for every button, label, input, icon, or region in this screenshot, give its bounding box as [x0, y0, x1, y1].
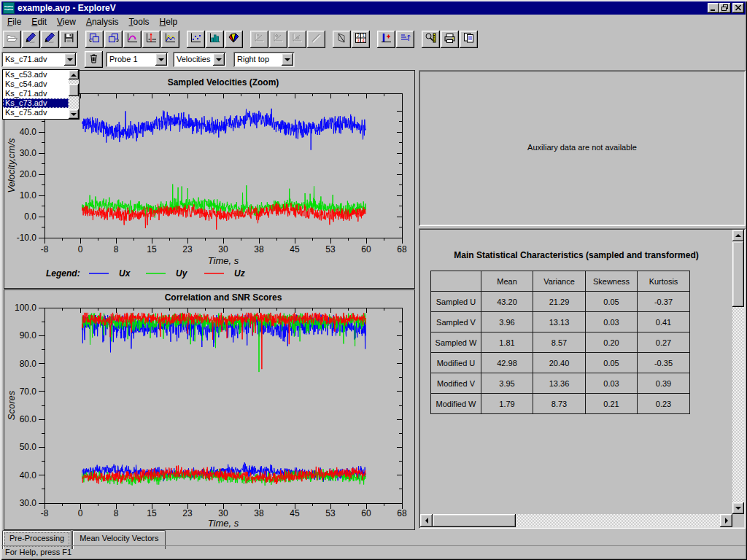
file-combo-arrow[interactable] — [64, 53, 76, 66]
folder-open-icon — [6, 32, 18, 47]
menu-item-file[interactable]: File — [2, 15, 26, 28]
scroll-thumb[interactable] — [732, 241, 744, 307]
edit-probe-button[interactable] — [22, 31, 40, 48]
arrow-down-icon — [71, 113, 77, 116]
quantity-combo[interactable]: Velocities — [173, 52, 226, 67]
floppy-disk-icon — [63, 32, 75, 47]
svg-text:23: 23 — [182, 244, 193, 254]
file-combo[interactable]: Ks_c71.adv — [1, 52, 77, 67]
stat-value: 0.41 — [638, 312, 690, 332]
svg-text:38: 38 — [254, 244, 264, 254]
file-list-item[interactable]: Ks_c54.adv — [3, 79, 69, 89]
color-map-button[interactable] — [225, 31, 243, 48]
scroll-down-button[interactable] — [69, 109, 79, 119]
position-combo-arrow[interactable] — [282, 53, 293, 66]
svg-text:53: 53 — [325, 508, 336, 518]
arrow-left-icon — [425, 518, 428, 524]
svg-text:60: 60 — [361, 244, 371, 254]
delete-file-button[interactable] — [85, 51, 103, 68]
edit-file-button[interactable] — [41, 31, 59, 48]
svg-text:Legend:: Legend: — [46, 268, 80, 279]
table-view-button[interactable]: 2134 — [352, 31, 370, 48]
scroll-track[interactable] — [732, 241, 744, 502]
svg-text:68: 68 — [397, 508, 407, 518]
measure-button[interactable] — [422, 31, 440, 48]
previous-window-button[interactable] — [85, 31, 104, 48]
menu-item-edit[interactable]: Edit — [26, 15, 52, 28]
scroll-up-button[interactable] — [69, 70, 79, 79]
scroll-thumb[interactable] — [433, 514, 516, 527]
scatter-plot-button[interactable] — [187, 31, 205, 48]
scroll-down-button[interactable] — [732, 502, 744, 514]
menu-item-help[interactable]: Help — [155, 15, 183, 28]
quantity-combo-arrow[interactable] — [213, 53, 225, 66]
print-button[interactable] — [441, 31, 459, 48]
scroll-up-button[interactable] — [732, 230, 744, 241]
row-label: Sampled W — [431, 332, 481, 353]
scroll-left-button[interactable] — [420, 514, 433, 527]
arrow-up-icon — [735, 234, 741, 237]
svg-text:-10.0: -10.0 — [17, 233, 37, 243]
svg-text:10.0: 10.0 — [20, 190, 37, 201]
svg-text:45: 45 — [290, 244, 300, 254]
pen-icon — [25, 32, 37, 47]
gray-axes-3-icon — [291, 32, 303, 47]
svg-text:0: 0 — [78, 244, 83, 254]
column-header: Variance — [533, 271, 586, 292]
sort-lines-icon — [399, 32, 411, 47]
scroll-right-button[interactable] — [720, 514, 732, 527]
toolbar-separator — [371, 31, 377, 48]
line-plot-button[interactable] — [161, 31, 179, 48]
position-combo[interactable]: Right top — [233, 52, 295, 67]
probe-marker-button[interactable] — [377, 31, 395, 48]
minimize-button[interactable] — [708, 3, 719, 13]
toolbar-separator — [415, 31, 422, 48]
menu-item-view[interactable]: View — [52, 15, 81, 28]
flag-icon — [336, 32, 348, 47]
svg-text:40.0: 40.0 — [20, 127, 37, 137]
svg-text:90.0: 90.0 — [20, 330, 37, 341]
auxiliary-message: Auxiliary data are not available — [419, 143, 746, 152]
probe-combo[interactable]: Probe 1 — [106, 52, 169, 67]
scroll-thumb[interactable] — [69, 84, 79, 96]
open-button — [3, 31, 21, 48]
save-button[interactable] — [60, 31, 78, 48]
file-list-item[interactable]: Ks_c71.adv — [3, 89, 69, 98]
sort-data-button[interactable] — [396, 31, 414, 48]
menu-item-tools[interactable]: Tools — [124, 15, 155, 28]
svg-text:0: 0 — [78, 508, 83, 518]
column-header — [431, 271, 481, 292]
histogram-button[interactable] — [206, 31, 224, 48]
file-list-item[interactable]: Ks_c75.adv — [3, 108, 69, 117]
transform-3-button — [288, 31, 306, 48]
svg-text:Uz: Uz — [234, 268, 245, 279]
scroll-track[interactable] — [69, 79, 79, 109]
file-list-item[interactable]: Ks_c53.adv — [3, 70, 69, 79]
column-header: Mean — [481, 271, 533, 292]
table-numbers-icon: 2134 — [355, 32, 367, 47]
probe-combo-arrow[interactable] — [155, 53, 167, 66]
svg-text:20.0: 20.0 — [20, 169, 37, 179]
statistics-panel: Main Statistical Characteristics (sample… — [419, 228, 746, 529]
close-button[interactable] — [732, 3, 744, 13]
file-list-item[interactable]: Ks_c73.adv — [3, 98, 69, 108]
status-text: For Help, press F1 — [5, 548, 71, 556]
svg-text:-8: -8 — [41, 244, 49, 254]
copy-button[interactable] — [460, 31, 478, 48]
windows-forward-icon — [107, 32, 120, 47]
next-window-button[interactable] — [104, 31, 123, 48]
svg-text:Correlation and SNR Scores: Correlation and SNR Scores — [165, 292, 282, 303]
spike-filter-button[interactable] — [142, 31, 160, 48]
app-icon[interactable] — [3, 2, 15, 14]
plot-zoom-icon — [126, 32, 139, 47]
stat-value: -0.37 — [638, 292, 690, 312]
plot-spike-icon — [145, 32, 158, 47]
scroll-track[interactable] — [433, 514, 720, 527]
close-icon — [734, 4, 743, 12]
menu-item-analysis[interactable]: Analysis — [81, 15, 124, 28]
svg-text:Uy: Uy — [176, 268, 188, 279]
restore-button[interactable] — [719, 3, 731, 13]
zoom-plot-button[interactable] — [123, 31, 142, 48]
controls-bar: Ks_c71.adv Probe 1 Velocities Right top — [0, 50, 747, 69]
toolbar-separator — [244, 31, 250, 48]
